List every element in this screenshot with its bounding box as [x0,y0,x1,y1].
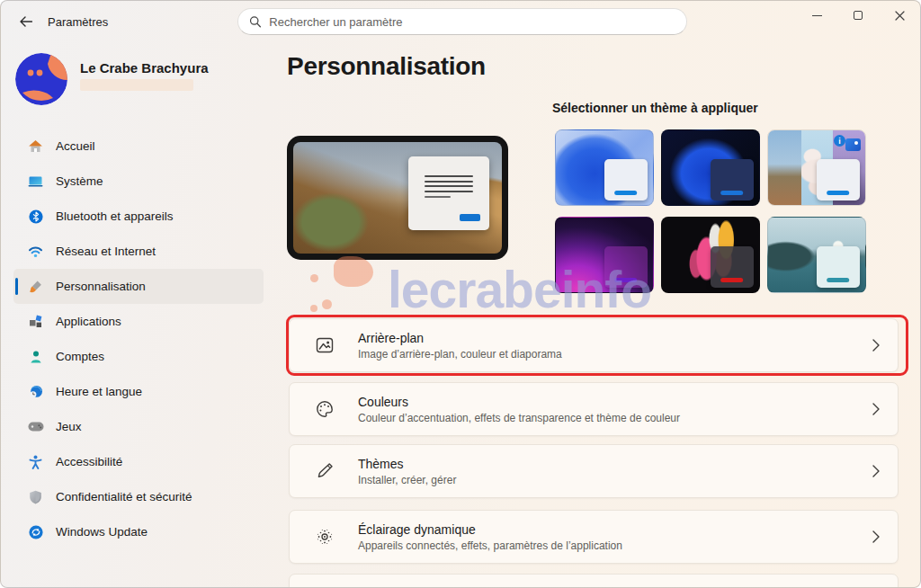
accessibility-icon [27,454,44,469]
dynamic-lighting-icon [315,527,335,547]
search-input[interactable] [269,15,675,29]
settings-row-partial[interactable] [289,574,899,588]
chevron-right-icon [872,403,880,415]
row-subtitle: Appareils connectés, effets, paramètres … [358,539,849,552]
theme-tile-lac-calme[interactable] [767,217,866,293]
window-controls [796,1,920,30]
sidebar-item-label: Comptes [56,350,104,363]
row-subtitle: Image d’arrière-plan, couleur et diapora… [358,348,849,361]
sidebar-item-windows-update[interactable]: Windows Update [13,514,264,549]
theme-preview-window-card [408,156,489,230]
settings-window: Paramètres Le Crabe Brachyura Accueil [0,0,921,588]
theme-picker-label: Sélectionner un thème à appliquer [552,101,758,115]
theme-card [604,159,648,200]
profile-name: Le Crabe Brachyura [80,60,209,76]
close-icon [895,11,905,21]
sidebar-item-label: Accessibilité [56,455,122,468]
sidebar-item-applications[interactable]: Applications [13,304,264,339]
theme-tile-lueur-violette[interactable] [555,217,654,293]
theme-tile-fleurs-multi-panneaux[interactable]: i [767,129,866,206]
sidebar-item-accessibilite[interactable]: Accessibilité [13,444,264,479]
sidebar-item-accueil[interactable]: Accueil [13,129,264,164]
search-box[interactable] [237,8,687,35]
info-icon: i [834,135,845,147]
app-title: Paramètres [48,15,108,29]
accounts-icon [27,349,44,364]
sidebar-item-jeux[interactable]: Jeux [13,409,264,444]
theme-card [817,159,860,200]
sidebar-item-comptes[interactable]: Comptes [13,339,264,374]
chevron-right-icon [872,339,880,352]
profile-placeholder-bar [80,79,193,91]
settings-row-themes[interactable]: Thèmes Installer, créer, gérer [289,444,899,498]
time-language-icon [27,384,44,399]
row-subtitle: Couleur d’accentuation, effets de transp… [358,412,849,424]
sidebar-item-confidentialite[interactable]: Confidentialité et sécurité [13,479,264,514]
home-icon [27,138,44,154]
themes-brush-icon [315,461,335,481]
privacy-shield-icon [27,489,44,504]
preview-text-line [425,191,472,192]
row-text: Arrière-plan Image d’arrière-plan, coule… [358,331,849,361]
theme-preview-device [287,136,508,260]
theme-accent-pill [720,191,744,195]
close-button[interactable] [879,1,920,30]
theme-accent-pill [827,278,850,282]
row-text: Éclairage dynamique Appareils connectés,… [358,522,849,552]
theme-panel [768,130,801,205]
theme-tile-windows-clair[interactable] [555,129,654,206]
theme-card [604,246,648,288]
sidebar-item-label: Applications [56,315,121,328]
settings-row-eclairage-dynamique[interactable]: Éclairage dynamique Appareils connectés,… [289,510,899,564]
sidebar-item-heure-langue[interactable]: Heure et langue [13,374,264,409]
chevron-right-icon [872,530,880,543]
chevron-right-icon [872,465,880,477]
sidebar-item-label: Personnalisation [56,280,146,293]
preview-text-line [425,196,451,198]
minimize-icon [812,15,822,16]
back-button[interactable] [12,10,39,33]
row-title: Thèmes [358,457,849,471]
network-wifi-icon [27,244,44,259]
theme-tile-windows-sombre[interactable] [661,129,760,206]
image-icon [845,138,861,151]
sidebar-item-personnalisation[interactable]: Personnalisation [13,269,264,304]
page-title: Personnalisation [287,52,486,81]
sidebar-item-bluetooth[interactable]: Bluetooth et appareils [13,199,264,234]
windows-update-icon [27,524,44,539]
sidebar-item-reseau[interactable]: Réseau et Internet [13,234,264,269]
system-icon [27,174,44,189]
maximize-button[interactable] [837,1,879,30]
sidebar-item-label: Bluetooth et appareils [56,209,174,223]
sidebar-item-label: Windows Update [56,525,148,539]
back-arrow-icon [19,16,32,27]
theme-accent-pill [614,278,638,282]
settings-row-couleurs[interactable]: Couleurs Couleur d’accentuation, effets … [289,382,899,436]
preview-accent-button [460,214,481,221]
theme-accent-pill [827,191,850,195]
theme-card [817,246,860,288]
theme-accent-pill [720,278,744,282]
minimize-button[interactable] [796,1,837,30]
row-title: Couleurs [358,395,849,409]
theme-accent-pill [614,191,638,195]
theme-card [711,246,754,288]
row-text: Couleurs Couleur d’accentuation, effets … [358,395,849,424]
preview-text-line [425,185,472,187]
search-icon [249,15,261,28]
avatar[interactable] [15,53,67,105]
sidebar-item-label: Confidentialité et sécurité [56,490,192,503]
theme-info-badge[interactable]: i [834,135,861,155]
row-subtitle: Installer, créer, gérer [358,474,849,486]
settings-row-arriere-plan[interactable]: Arrière-plan Image d’arrière-plan, coule… [289,318,899,372]
row-title: Arrière-plan [358,331,849,345]
sidebar-item-systeme[interactable]: Système [13,164,264,199]
bluetooth-icon [27,209,44,224]
row-text: Thèmes Installer, créer, gérer [358,457,849,486]
sidebar-nav: Accueil Système Bluetooth et appareils R… [13,129,264,549]
preview-text-line [425,175,472,177]
sidebar-item-label: Système [56,174,103,188]
theme-tile-fleur-coloree[interactable] [661,217,760,293]
theme-grid: i [555,129,866,293]
colors-palette-icon [315,399,335,419]
